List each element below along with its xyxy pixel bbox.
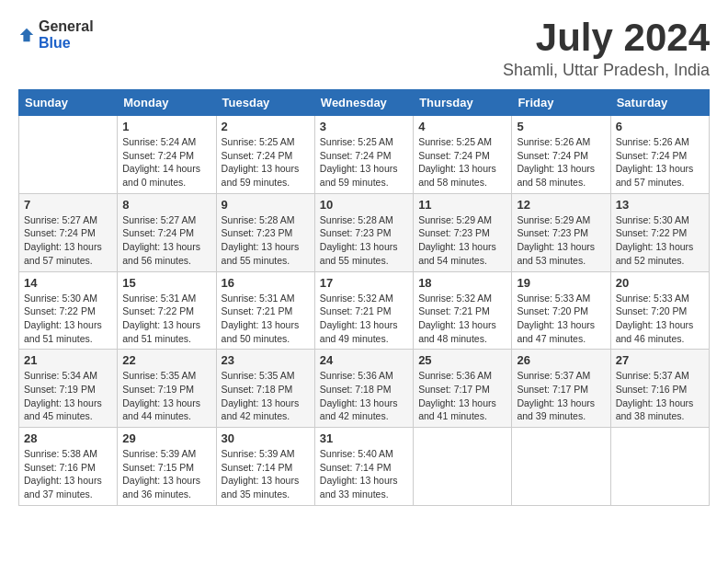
- day-info: Sunrise: 5:35 AM Sunset: 7:18 PM Dayligh…: [222, 369, 310, 423]
- calendar-week-row: 28Sunrise: 5:38 AM Sunset: 7:16 PM Dayli…: [19, 428, 710, 506]
- calendar-header-row: SundayMondayTuesdayWednesdayThursdayFrid…: [19, 90, 710, 116]
- calendar-body: 1Sunrise: 5:24 AM Sunset: 7:24 PM Daylig…: [19, 116, 710, 506]
- day-info: Sunrise: 5:30 AM Sunset: 7:22 PM Dayligh…: [24, 292, 112, 346]
- logo-general: General: [39, 18, 94, 34]
- month-title: July 2024: [503, 18, 710, 57]
- calendar-day-cell: 2Sunrise: 5:25 AM Sunset: 7:24 PM Daylig…: [216, 116, 314, 194]
- day-number: 11: [418, 198, 506, 212]
- calendar-day-cell: 30Sunrise: 5:39 AM Sunset: 7:14 PM Dayli…: [216, 428, 314, 506]
- day-number: 17: [320, 276, 408, 290]
- calendar-day-cell: 10Sunrise: 5:28 AM Sunset: 7:23 PM Dayli…: [314, 193, 413, 271]
- day-number: 19: [517, 276, 605, 290]
- calendar-day-cell: 14Sunrise: 5:30 AM Sunset: 7:22 PM Dayli…: [19, 271, 118, 350]
- calendar-day-cell: 16Sunrise: 5:31 AM Sunset: 7:21 PM Dayli…: [216, 271, 314, 350]
- day-number: 14: [24, 276, 112, 290]
- day-info: Sunrise: 5:36 AM Sunset: 7:18 PM Dayligh…: [320, 369, 408, 423]
- calendar-day-cell: 4Sunrise: 5:25 AM Sunset: 7:24 PM Daylig…: [414, 116, 512, 194]
- calendar-day-cell: 21Sunrise: 5:34 AM Sunset: 7:19 PM Dayli…: [19, 350, 118, 428]
- day-info: Sunrise: 5:40 AM Sunset: 7:14 PM Dayligh…: [320, 447, 408, 501]
- day-number: 8: [122, 198, 210, 212]
- calendar-header-cell: Tuesday: [216, 90, 314, 116]
- day-number: 13: [616, 198, 704, 212]
- calendar-day-cell: 9Sunrise: 5:28 AM Sunset: 7:23 PM Daylig…: [216, 193, 314, 271]
- calendar-day-cell: 12Sunrise: 5:29 AM Sunset: 7:23 PM Dayli…: [512, 193, 610, 271]
- day-number: 10: [320, 198, 408, 212]
- day-number: 15: [122, 276, 210, 290]
- calendar-day-cell: 26Sunrise: 5:37 AM Sunset: 7:17 PM Dayli…: [512, 350, 610, 428]
- calendar-day-cell: 6Sunrise: 5:26 AM Sunset: 7:24 PM Daylig…: [610, 116, 709, 194]
- calendar-day-cell: 8Sunrise: 5:27 AM Sunset: 7:24 PM Daylig…: [118, 193, 216, 271]
- calendar-day-cell: 17Sunrise: 5:32 AM Sunset: 7:21 PM Dayli…: [314, 271, 413, 350]
- day-info: Sunrise: 5:32 AM Sunset: 7:21 PM Dayligh…: [320, 292, 408, 346]
- day-info: Sunrise: 5:29 AM Sunset: 7:23 PM Dayligh…: [418, 213, 506, 268]
- day-number: 30: [222, 431, 310, 445]
- day-info: Sunrise: 5:39 AM Sunset: 7:15 PM Dayligh…: [122, 447, 210, 501]
- day-info: Sunrise: 5:28 AM Sunset: 7:23 PM Dayligh…: [222, 213, 310, 268]
- day-info: Sunrise: 5:25 AM Sunset: 7:24 PM Dayligh…: [320, 135, 408, 190]
- day-number: 31: [320, 431, 408, 445]
- calendar-header-cell: Sunday: [19, 90, 118, 116]
- day-info: Sunrise: 5:26 AM Sunset: 7:24 PM Dayligh…: [616, 135, 704, 190]
- calendar-day-cell: 27Sunrise: 5:37 AM Sunset: 7:16 PM Dayli…: [610, 350, 709, 428]
- calendar-day-cell: 7Sunrise: 5:27 AM Sunset: 7:24 PM Daylig…: [19, 193, 118, 271]
- calendar-day-cell: 22Sunrise: 5:35 AM Sunset: 7:19 PM Dayli…: [118, 350, 216, 428]
- day-info: Sunrise: 5:32 AM Sunset: 7:21 PM Dayligh…: [418, 292, 506, 346]
- day-number: 12: [517, 198, 605, 212]
- day-info: Sunrise: 5:36 AM Sunset: 7:17 PM Dayligh…: [418, 369, 506, 423]
- day-info: Sunrise: 5:24 AM Sunset: 7:24 PM Dayligh…: [122, 135, 210, 190]
- day-info: Sunrise: 5:34 AM Sunset: 7:19 PM Dayligh…: [24, 369, 112, 423]
- calendar-day-cell: [512, 428, 610, 506]
- calendar-header-cell: Wednesday: [314, 90, 413, 116]
- day-info: Sunrise: 5:27 AM Sunset: 7:24 PM Dayligh…: [122, 213, 210, 268]
- day-info: Sunrise: 5:31 AM Sunset: 7:21 PM Dayligh…: [222, 292, 310, 346]
- day-info: Sunrise: 5:33 AM Sunset: 7:20 PM Dayligh…: [616, 292, 704, 346]
- day-number: 2: [222, 120, 310, 133]
- day-info: Sunrise: 5:31 AM Sunset: 7:22 PM Dayligh…: [122, 292, 210, 346]
- calendar-day-cell: 13Sunrise: 5:30 AM Sunset: 7:22 PM Dayli…: [610, 193, 709, 271]
- calendar-day-cell: 5Sunrise: 5:26 AM Sunset: 7:24 PM Daylig…: [512, 116, 610, 194]
- calendar-day-cell: 20Sunrise: 5:33 AM Sunset: 7:20 PM Dayli…: [610, 271, 709, 350]
- calendar-day-cell: 31Sunrise: 5:40 AM Sunset: 7:14 PM Dayli…: [314, 428, 413, 506]
- calendar-day-cell: 1Sunrise: 5:24 AM Sunset: 7:24 PM Daylig…: [118, 116, 216, 194]
- calendar-week-row: 1Sunrise: 5:24 AM Sunset: 7:24 PM Daylig…: [19, 116, 710, 194]
- calendar-table: SundayMondayTuesdayWednesdayThursdayFrid…: [18, 89, 710, 506]
- day-info: Sunrise: 5:25 AM Sunset: 7:24 PM Dayligh…: [418, 135, 506, 190]
- day-info: Sunrise: 5:39 AM Sunset: 7:14 PM Dayligh…: [222, 447, 310, 501]
- calendar-day-cell: 18Sunrise: 5:32 AM Sunset: 7:21 PM Dayli…: [414, 271, 512, 350]
- day-number: 18: [418, 276, 506, 290]
- day-info: Sunrise: 5:27 AM Sunset: 7:24 PM Dayligh…: [24, 213, 112, 268]
- day-number: 6: [616, 120, 704, 133]
- title-area: July 2024 Shamli, Uttar Pradesh, India: [503, 18, 710, 80]
- calendar-header-cell: Saturday: [610, 90, 709, 116]
- calendar-day-cell: 25Sunrise: 5:36 AM Sunset: 7:17 PM Dayli…: [414, 350, 512, 428]
- calendar-day-cell: 3Sunrise: 5:25 AM Sunset: 7:24 PM Daylig…: [314, 116, 413, 194]
- day-info: Sunrise: 5:26 AM Sunset: 7:24 PM Dayligh…: [517, 135, 605, 190]
- page-header: General Blue July 2024 Shamli, Uttar Pra…: [18, 18, 710, 80]
- day-number: 1: [122, 120, 210, 133]
- day-info: Sunrise: 5:33 AM Sunset: 7:20 PM Dayligh…: [517, 292, 605, 346]
- calendar-day-cell: 24Sunrise: 5:36 AM Sunset: 7:18 PM Dayli…: [314, 350, 413, 428]
- calendar-header-cell: Thursday: [414, 90, 512, 116]
- day-number: 9: [222, 198, 310, 212]
- calendar-header-cell: Friday: [512, 90, 610, 116]
- day-number: 29: [122, 431, 210, 445]
- calendar-day-cell: [19, 116, 118, 194]
- day-number: 16: [222, 276, 310, 290]
- day-number: 4: [418, 120, 506, 133]
- logo-icon: [18, 27, 35, 43]
- day-info: Sunrise: 5:25 AM Sunset: 7:24 PM Dayligh…: [222, 135, 310, 190]
- day-number: 3: [320, 120, 408, 133]
- day-number: 28: [24, 431, 112, 445]
- calendar-day-cell: 19Sunrise: 5:33 AM Sunset: 7:20 PM Dayli…: [512, 271, 610, 350]
- location-title: Shamli, Uttar Pradesh, India: [503, 61, 710, 80]
- day-number: 25: [418, 353, 506, 367]
- calendar-week-row: 14Sunrise: 5:30 AM Sunset: 7:22 PM Dayli…: [19, 271, 710, 350]
- day-number: 26: [517, 353, 605, 367]
- day-info: Sunrise: 5:30 AM Sunset: 7:22 PM Dayligh…: [616, 213, 704, 268]
- day-info: Sunrise: 5:37 AM Sunset: 7:16 PM Dayligh…: [616, 369, 704, 423]
- svg-marker-0: [20, 29, 33, 41]
- day-number: 21: [24, 353, 112, 367]
- calendar-week-row: 21Sunrise: 5:34 AM Sunset: 7:19 PM Dayli…: [19, 350, 710, 428]
- day-number: 7: [24, 198, 112, 212]
- day-number: 5: [517, 120, 605, 133]
